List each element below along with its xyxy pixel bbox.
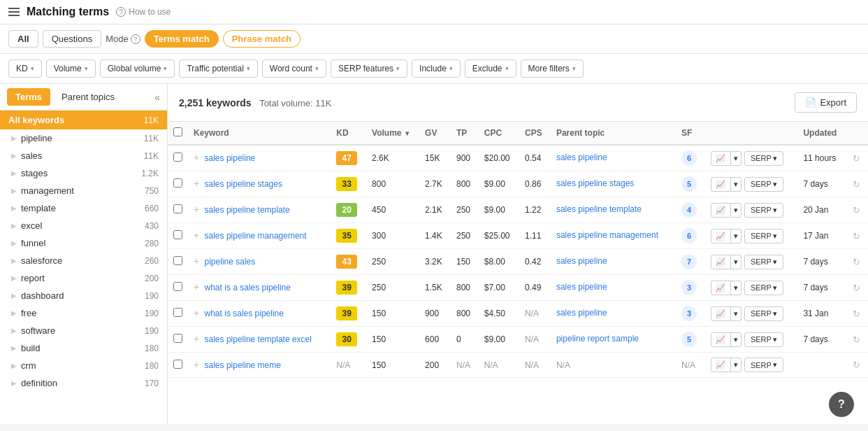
add-keyword-button[interactable]: + [194,333,199,344]
export-button[interactable]: 📄 Export [795,92,857,113]
traffic-potential-filter[interactable]: Traffic potential ▾ [179,59,257,78]
refresh-icon[interactable]: ↻ [853,231,860,241]
row-checkbox-cell[interactable] [168,275,188,301]
row-checkbox[interactable] [173,178,182,188]
trend-button[interactable]: 📈 ▾ [711,229,742,243]
row-checkbox[interactable] [173,334,182,343]
sidebar-item[interactable]: ▶ salesforce 260 [0,252,167,269]
row-checkbox-cell[interactable] [168,353,188,378]
tab-all[interactable]: All [8,30,38,48]
hamburger-menu[interactable] [8,8,20,16]
how-to-use-link[interactable]: ? How to use [116,7,171,17]
select-all-checkbox[interactable] [173,127,182,136]
trend-caret-icon[interactable]: ▾ [730,152,741,165]
refresh-cell[interactable]: ↻ [847,145,868,171]
sidebar-item[interactable]: ▶ excel 430 [0,217,167,234]
refresh-icon[interactable]: ↻ [853,309,860,319]
keyword-link[interactable]: sales pipeline template [205,205,290,215]
serp-button[interactable]: SERP ▾ [744,229,783,243]
refresh-cell[interactable]: ↻ [847,327,868,353]
add-keyword-button[interactable]: + [194,281,199,292]
keyword-link[interactable]: what is a sales pipeline [205,283,291,292]
sidebar-item[interactable]: ▶ dashboard 190 [0,287,167,304]
mode-help-icon[interactable]: ? [131,34,140,44]
trend-button[interactable]: 📈 ▾ [711,332,742,347]
trend-caret-icon[interactable]: ▾ [730,229,741,243]
row-checkbox[interactable] [173,230,182,239]
serp-button[interactable]: SERP ▾ [744,177,783,192]
tab-questions[interactable]: Questions [43,30,102,48]
parent-topic-link[interactable]: sales pipeline stages [556,178,634,188]
more-filters[interactable]: More filters ▾ [521,59,584,78]
refresh-cell[interactable]: ↻ [847,197,868,223]
add-keyword-button[interactable]: + [194,229,199,241]
refresh-icon[interactable]: ↻ [853,360,860,370]
keyword-link[interactable]: sales pipeline [205,153,256,163]
volume-filter[interactable]: Volume ▾ [46,59,96,78]
trend-button[interactable]: 📈 ▾ [711,306,742,321]
keyword-link[interactable]: sales pipeline template excel [205,334,312,344]
keyword-link[interactable]: pipeline sales [205,257,256,267]
sidebar-item[interactable]: ▶ funnel 280 [0,234,167,252]
sidebar-tab-parent-topics[interactable]: Parent topics [53,88,123,106]
serp-button[interactable]: SERP ▾ [744,281,783,295]
select-all-header[interactable] [168,122,188,145]
refresh-cell[interactable]: ↻ [847,249,868,275]
kd-filter[interactable]: KD ▾ [8,59,42,78]
add-keyword-button[interactable]: + [194,307,199,318]
trend-caret-icon[interactable]: ▾ [730,358,741,372]
parent-topic-link[interactable]: sales pipeline template [556,204,642,214]
global-volume-filter[interactable]: Global volume ▾ [100,59,175,78]
refresh-cell[interactable]: ↻ [847,171,868,197]
include-filter[interactable]: Include ▾ [412,59,461,78]
row-checkbox-cell[interactable] [168,301,188,327]
sidebar-item[interactable]: ▶ pipeline 11K [0,129,167,147]
serp-button[interactable]: SERP ▾ [744,255,783,269]
parent-topic-link[interactable]: pipeline report sample [556,334,639,344]
sidebar-item[interactable]: ▶ report 200 [0,269,167,287]
trend-caret-icon[interactable]: ▾ [730,281,741,295]
trend-button[interactable]: 📈 ▾ [711,281,742,295]
help-bubble[interactable]: ? [829,392,854,417]
parent-topic-link[interactable]: sales pipeline [556,282,607,292]
col-volume[interactable]: Volume ▾ [366,122,419,145]
sidebar-item[interactable]: ▶ sales 11K [0,147,167,164]
refresh-icon[interactable]: ↻ [853,153,860,164]
parent-topic-link[interactable]: sales pipeline [556,153,607,162]
trend-caret-icon[interactable]: ▾ [730,307,741,320]
refresh-cell[interactable]: ↻ [847,353,868,378]
parent-topic-link[interactable]: sales pipeline [556,256,607,266]
refresh-cell[interactable]: ↻ [847,275,868,301]
row-checkbox[interactable] [173,308,182,317]
trend-button[interactable]: 📈 ▾ [711,151,742,166]
keyword-link[interactable]: sales pipeline meme [205,360,281,370]
exclude-filter[interactable]: Exclude ▾ [465,59,516,78]
sidebar-item[interactable]: ▶ crm 180 [0,357,167,374]
trend-button[interactable]: 📈 ▾ [711,255,742,269]
trend-caret-icon[interactable]: ▾ [730,204,741,217]
add-keyword-button[interactable]: + [194,255,199,267]
serp-features-filter[interactable]: SERP features ▾ [331,59,407,78]
parent-topic-link[interactable]: sales pipeline [556,308,607,318]
serp-button[interactable]: SERP ▾ [744,151,783,166]
row-checkbox-cell[interactable] [168,197,188,223]
serp-button[interactable]: SERP ▾ [744,306,783,321]
trend-button[interactable]: 📈 ▾ [711,177,742,192]
trend-caret-icon[interactable]: ▾ [730,178,741,191]
refresh-icon[interactable]: ↻ [853,257,860,267]
tab-terms-match[interactable]: Terms match [145,30,219,48]
tab-phrase-match[interactable]: Phrase match [223,30,301,48]
refresh-cell[interactable]: ↻ [847,223,868,249]
all-keywords-item[interactable]: All keywords 11K [0,111,167,129]
sidebar-item[interactable]: ▶ stages 1.2K [0,164,167,182]
serp-button[interactable]: SERP ▾ [744,203,783,218]
sidebar-item[interactable]: ▶ management 750 [0,182,167,199]
add-keyword-button[interactable]: + [194,359,199,370]
refresh-icon[interactable]: ↻ [853,205,860,216]
sidebar-item[interactable]: ▶ build 180 [0,339,167,357]
add-keyword-button[interactable]: + [194,204,199,215]
keyword-link[interactable]: what is sales pipeline [205,309,284,318]
sidebar-item[interactable]: ▶ free 190 [0,304,167,322]
row-checkbox-cell[interactable] [168,327,188,353]
trend-button[interactable]: 📈 ▾ [711,203,742,218]
